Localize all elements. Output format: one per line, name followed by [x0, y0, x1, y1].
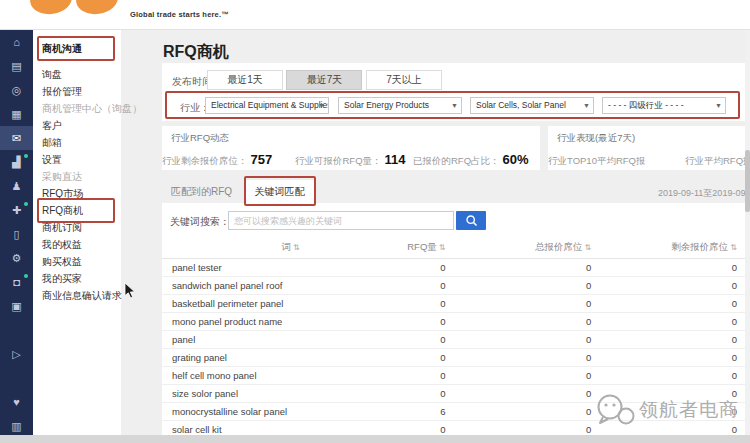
wechat-logo-icon [594, 392, 636, 428]
filter-card: 发布时间： 最近1天 最近7天 7天以上 行业： Electrical Equi… [162, 63, 745, 121]
industry-filter-row: 行业： Electrical Equipment & Supplies▼ Sol… [168, 95, 737, 117]
bottom-edge [0, 435, 750, 443]
chevron-down-icon: ▼ [451, 98, 458, 113]
total-quote-seats-cell: 0 [454, 402, 600, 420]
logistics-icon[interactable]: ✚ [0, 198, 33, 222]
messages-icon[interactable]: ✉ [0, 126, 33, 150]
rfq-count-cell: 0 [308, 366, 454, 384]
total-quote-seats-cell: 0 [454, 384, 600, 402]
sidebar-item-settings[interactable]: 设置 [33, 151, 121, 168]
industry-performance-card: 行业表现(最近7天) 行业平均RFQ报价量：1.1 行业TOP10平均RFQ报 [548, 126, 750, 170]
sidebar-item-purchase-benefits[interactable]: 购买权益 [33, 253, 121, 270]
sidebar-item-opportunity-subscription[interactable]: 商机订阅 [33, 219, 121, 236]
watermark: 领航者电商 [594, 392, 739, 428]
alibaba-logo-icon [28, 0, 74, 17]
sidebar-item-quote-management[interactable]: 报价管理 [33, 83, 121, 100]
keyword-cell: panel [162, 330, 308, 348]
table-row: sandwich panel panel roof 0 0 0 [162, 276, 745, 294]
stat-item: 行业TOP10平均RFQ报 [548, 150, 648, 168]
page-title: RFQ商机 [163, 42, 229, 63]
tab-keyword-match[interactable]: 关键词匹配 [246, 180, 314, 203]
keyword-search-row: 关键词搜索： [162, 203, 745, 237]
table-row: basketball perimeter panel 0 0 0 [162, 294, 745, 312]
briefcase-icon[interactable]: ▣ [0, 294, 33, 318]
time-filter-button[interactable]: 最近7天 [286, 70, 362, 90]
time-filter-button[interactable]: 最近1天 [207, 70, 283, 90]
sidebar-item-rfq-opportunities[interactable]: RFQ商机 [33, 202, 121, 219]
sidebar-item-my-buyers[interactable]: 我的买家 [33, 270, 121, 287]
remaining-quote-seats-cell: 0 [599, 366, 745, 384]
settings-icon[interactable]: ⚙ [0, 246, 33, 270]
column-header[interactable]: 词⇅ [162, 237, 308, 258]
total-quote-seats-cell: 0 [454, 348, 600, 366]
industry-rfq-stats-card: 行业RFQ动态 行业可报价RFQ量：114 已报价的RFQ占比：60% 行业剩余… [162, 126, 540, 170]
publish-time-filter: 发布时间： 最近1天 最近7天 7天以上 [162, 70, 745, 90]
rfq-count-cell: 0 [308, 276, 454, 294]
total-quote-seats-cell: 0 [454, 330, 600, 348]
send-icon[interactable]: ▷ [0, 342, 33, 366]
search-button[interactable] [456, 211, 486, 230]
apps-grid-icon[interactable]: ▦ [0, 102, 33, 126]
remaining-quote-seats-cell: 0 [599, 276, 745, 294]
products-icon[interactable]: ◎ [0, 78, 33, 102]
rfq-tabs: 匹配到的RFQ 关键词匹配 [162, 180, 314, 203]
remaining-quote-seats-cell: 0 [599, 312, 745, 330]
total-quote-seats-cell: 0 [454, 276, 600, 294]
rfq-count-cell: 0 [308, 294, 454, 312]
sidebar-item-opportunity-center[interactable]: 商机管理中心（询盘） [33, 100, 121, 117]
industry-dropdown[interactable]: - - - - 四级行业 - - - -▼ [602, 97, 726, 114]
marketing-icon[interactable]: ◘ [0, 270, 33, 294]
stat-item: 行业平均RFQ报价量：1.1 [685, 150, 750, 168]
sidebar-section-business-communication[interactable]: 商机沟通 [33, 40, 121, 57]
scrollbar-thumb[interactable] [745, 150, 750, 212]
favorites-icon[interactable]: ♥ [0, 390, 33, 414]
rfq-count-cell: 0 [308, 258, 454, 276]
time-filter-button[interactable]: 7天以上 [366, 70, 442, 90]
keyword-cell: mono panel product name [162, 312, 308, 330]
brand-slogan: Global trade starts here.™ [130, 10, 229, 19]
keyword-cell: helf cell mono panel [162, 366, 308, 384]
sidebar-section-sourcing-direct[interactable]: 采购直达 [33, 168, 121, 185]
sidebar-item-inquiries[interactable]: 询盘 [33, 66, 121, 83]
documents-icon[interactable]: ▯ [0, 222, 33, 246]
keyword-cell: basketball perimeter panel [162, 294, 308, 312]
sidebar-item-business-info-confirmation[interactable]: 商业信息确认请求 [33, 287, 121, 304]
sidebar-nav: 商机沟通 询盘 报价管理 商机管理中心（询盘） 客户 邮箱 设置 采购直达 RF… [33, 30, 121, 435]
keyword-search-input[interactable] [228, 211, 454, 230]
total-quote-seats-cell: 0 [454, 258, 600, 276]
column-header[interactable]: RFQ量⇅ [308, 237, 454, 258]
screen: Global trade starts here.™ ⌂ ▤ ◎ ▦ ✉ ▟ ♟… [0, 0, 750, 443]
industry-dropdown[interactable]: Solar Energy Products▼ [338, 97, 462, 114]
sidebar-item-customers[interactable]: 客户 [33, 117, 121, 134]
sidebar-item-my-benefits[interactable]: 我的权益 [33, 236, 121, 253]
contacts-icon[interactable]: ♟ [0, 174, 33, 198]
keyword-cell: monocrystalline solar panel [162, 402, 308, 420]
stat-item: 行业剩余报价席位：757 [162, 150, 272, 168]
rfq-count-cell: 0 [308, 384, 454, 402]
industry-dropdown[interactable]: Electrical Equipment & Supplies▼ [205, 97, 329, 114]
column-header[interactable]: 剩余报价席位⇅ [599, 237, 745, 258]
table-row: helf cell mono panel 0 0 0 [162, 366, 745, 384]
chevron-down-icon: ▼ [583, 98, 590, 113]
date-range: 2019-09-11至2019-09-17 (太平 [658, 187, 750, 200]
icon-rail: ⌂ ▤ ◎ ▦ ✉ ▟ ♟ ✚ ▯ ⚙ ◘ ▣ ▷ ♥ ▥ [0, 30, 33, 435]
remaining-quote-seats-cell: 0 [599, 348, 745, 366]
sidebar-item-mailbox[interactable]: 邮箱 [33, 134, 121, 151]
table-row: grating panel 0 0 0 [162, 348, 745, 366]
home-icon[interactable]: ⌂ [0, 30, 33, 54]
rfq-count-cell: 0 [308, 312, 454, 330]
industry-dropdown[interactable]: Solar Cells, Solar Panel▼ [470, 97, 594, 114]
total-quote-seats-cell: 0 [454, 294, 600, 312]
orders-icon[interactable]: ▤ [0, 54, 33, 78]
column-header[interactable]: 总报价席位⇅ [454, 237, 600, 258]
watermark-text: 领航者电商 [639, 397, 739, 423]
mouse-cursor [124, 282, 136, 303]
analytics-icon[interactable]: ▟ [0, 150, 33, 174]
chevron-down-icon: ▼ [715, 98, 722, 113]
table-row: panel tester 0 0 0 [162, 258, 745, 276]
remaining-quote-seats-cell: 0 [599, 258, 745, 276]
tab-matched-rfq[interactable]: 匹配到的RFQ [162, 180, 241, 203]
remaining-quote-seats-cell: 0 [599, 294, 745, 312]
keyword-cell: panel tester [162, 258, 308, 276]
rfq-count-cell: 0 [308, 348, 454, 366]
